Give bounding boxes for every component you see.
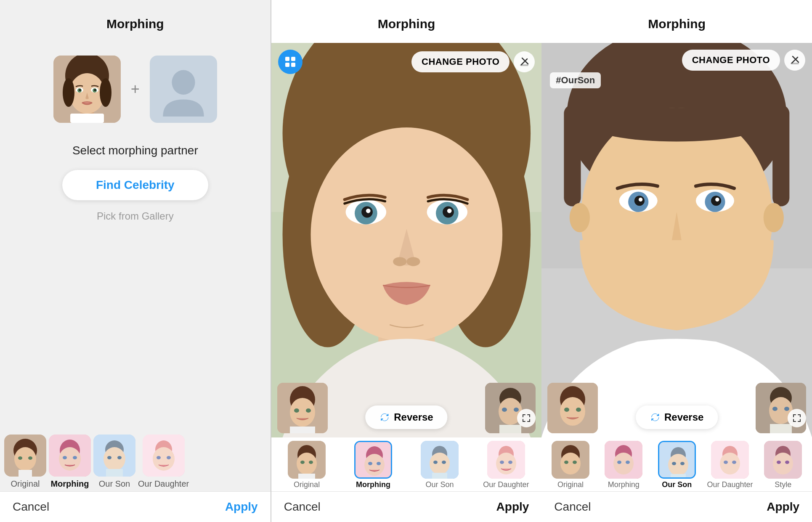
tab-original-p3[interactable]: Original [545,441,596,491]
svg-point-11 [94,89,96,91]
svg-point-60 [290,398,315,427]
tab-label-ourdaughter-p1: Our Daughter [138,479,189,491]
svg-point-68 [514,408,519,412]
svg-point-146 [773,453,793,474]
svg-point-29 [117,456,122,459]
svg-rect-56 [291,63,295,67]
tab-original-p1[interactable]: Original [4,435,46,491]
svg-point-49 [366,209,371,213]
tab-label-ourson-p1: Our Son [99,479,130,491]
svg-rect-96 [772,105,789,206]
svg-point-73 [300,461,305,464]
svg-point-109 [570,203,590,233]
tab-thumb-ourdaughter-p3 [711,441,749,479]
pick-gallery-link[interactable]: Pick from Gallery [97,210,174,222]
panel3-cancel-button[interactable]: Cancel [554,500,591,514]
svg-point-142 [724,461,728,464]
svg-rect-53 [285,57,289,61]
tab-ourdaughter-p1[interactable]: Our Daughter [138,435,189,491]
svg-point-127 [573,461,577,464]
face-photo-1[interactable] [53,56,121,123]
svg-point-89 [496,453,516,474]
panel2-reverse-label: Reverse [394,411,433,423]
svg-point-135 [668,454,688,476]
tab-label-morphing-p2: Morphing [356,480,390,491]
tab-ourson-p2[interactable]: Our Son [408,441,472,491]
panel-1: Morphing [0,0,271,522]
svg-point-28 [107,456,111,459]
panel3-apply-button[interactable]: Apply [767,500,799,514]
svg-rect-69 [499,425,521,433]
tab-ourson-p3[interactable]: Our Son [651,441,702,491]
tab-label-original-p3: Original [557,480,584,491]
svg-rect-75 [298,474,315,479]
panel2-tabs: Original Morphing [271,437,542,491]
tab-original-p2[interactable]: Original [275,441,339,491]
panel2-header-bar: CHANGE PHOTO [271,43,542,81]
svg-point-22 [59,447,81,471]
tab-label-ourson-p2: Our Son [425,480,454,491]
panel2-reverse-button[interactable]: Reverse [365,405,447,429]
tab-ourson-p1[interactable]: Our Son [93,435,135,491]
svg-point-85 [442,461,446,464]
svg-rect-12 [70,114,104,123]
tab-ourdaughter-p3[interactable]: Our Daughter [704,441,755,491]
panel2-eraser-button[interactable] [514,51,535,72]
tab-thumb-ourdaughter-p2 [487,441,525,479]
svg-point-90 [500,461,504,464]
panel3-expand-button[interactable] [788,409,806,427]
panel1-cancel-button[interactable]: Cancel [13,500,49,514]
svg-point-136 [672,462,676,465]
svg-point-51 [393,257,406,266]
svg-point-91 [508,461,512,464]
panel2-cancel-button[interactable]: Cancel [284,500,321,514]
panel3-action-bar: Cancel Apply [541,491,812,522]
grid-view-button[interactable] [278,50,303,74]
svg-rect-19 [19,470,32,477]
svg-rect-138 [671,474,686,479]
svg-point-131 [617,461,621,464]
tab-morphing-p3[interactable]: Morphing [598,441,649,491]
panel3-reverse-label: Reverse [664,411,703,423]
tab-thumb-ourson-p1 [93,435,135,477]
svg-point-27 [103,447,125,471]
panel2-change-photo-button[interactable]: CHANGE PHOTO [411,51,509,72]
tab-label-ourdaughter-p3: Our Daughter [707,480,753,491]
panel3-header-bar: CHANGE PHOTO [541,43,812,77]
svg-point-5 [100,78,111,107]
svg-point-143 [732,461,736,464]
panel3-reverse-button[interactable]: Reverse [636,405,718,429]
panel3-eraser-button[interactable] [784,50,805,71]
svg-point-79 [368,462,372,465]
find-celebrity-button[interactable]: Find Celebrity [62,170,208,200]
face-placeholder-2[interactable] [150,56,217,123]
svg-point-17 [18,456,22,460]
tab-style-p3[interactable]: Style [758,441,809,491]
panel3-photo-area: #OurSon CHANGE PHOTO [541,43,812,437]
svg-rect-111 [791,63,799,64]
tab-morphing-p2[interactable]: Morphing [341,441,406,491]
tab-ourdaughter-p2[interactable]: Our Daughter [474,441,538,491]
svg-point-78 [364,454,385,476]
svg-point-62 [306,408,311,413]
panel1-apply-button[interactable]: Apply [225,500,258,514]
tab-label-style-p3: Style [775,480,791,491]
svg-point-24 [73,456,77,459]
svg-point-148 [785,461,789,464]
tab-morphing-p1[interactable]: Morphing [49,435,91,491]
tab-thumb-morphing-p2 [354,441,392,479]
tab-label-morphing-p3: Morphing [608,480,640,491]
panel2-apply-button[interactable]: Apply [496,500,529,514]
svg-point-126 [564,461,568,464]
svg-rect-95 [564,105,581,206]
svg-point-141 [720,453,740,474]
svg-rect-55 [285,63,289,67]
svg-point-23 [63,456,67,459]
mini-photo-original-p3[interactable] [547,383,598,433]
mini-photo-original-p2[interactable] [277,383,328,433]
panel3-change-photo-button[interactable]: CHANGE PHOTO [682,50,780,71]
panel3-tabs: Original Morphing [541,437,812,491]
svg-point-16 [14,447,36,471]
svg-point-147 [777,461,781,464]
tab-thumb-original-p1 [4,435,46,477]
